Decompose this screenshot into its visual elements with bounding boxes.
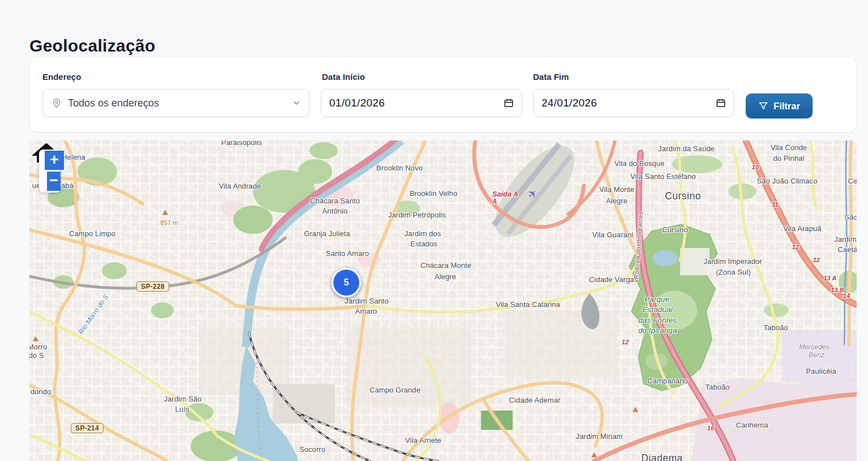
map-place-label: Taboão [705, 383, 729, 391]
map-place-label: Granja Julieta [304, 229, 350, 238]
map-place-label: Rio Morro do S [77, 293, 110, 335]
map-place-label: dondo [31, 387, 51, 396]
map-place-label: 12 [792, 244, 799, 250]
chevron-down-icon [292, 99, 301, 108]
cluster-count: 5 [344, 278, 349, 288]
map-place-label: Campanário [647, 377, 688, 385]
map-place-label: Jardim Santo [345, 297, 389, 305]
calendar-icon[interactable] [504, 98, 514, 108]
map-place-label: Antônio [323, 207, 348, 215]
map-place-label: Helena [62, 153, 85, 161]
map-place-label: Santo Amaro [326, 249, 369, 258]
filter-funnel-icon [758, 101, 768, 111]
map-place-label: Socorro [299, 445, 325, 454]
map-place-label: Ce [848, 177, 857, 185]
map-place-label: Brooklin Novo [376, 164, 423, 172]
map-place-label: São João Climaco [757, 177, 817, 185]
map-place-label: Amaro [355, 307, 377, 315]
map-place-label: Brooklin Velho [410, 189, 458, 198]
map-place-label: do S [29, 351, 44, 360]
map-place-label: Cursino [662, 225, 688, 234]
map-place-label: 11 [772, 201, 779, 208]
map-place-label: Taboão [763, 323, 788, 332]
end-date-value: 24/01/2026 [542, 97, 710, 109]
map-place-label: Jardim [834, 235, 857, 244]
map-place-label: Vila Santa Catarina [496, 300, 560, 309]
map-zoom-control: + − [39, 150, 61, 193]
map-place-label: Alegre [435, 272, 456, 281]
map-place-label: 13 B [831, 287, 844, 293]
page-title: Geolocalização [29, 36, 156, 56]
map-place-label: 857 m [160, 219, 178, 226]
map-place-label: Estadual [642, 305, 672, 314]
map-place-label: Cidade Vargas [589, 275, 638, 284]
map-place-label: 12 [622, 339, 629, 345]
zoom-out-button[interactable]: − [47, 172, 61, 191]
map-place-label: Cursino [665, 190, 701, 202]
calendar-icon[interactable] [716, 98, 726, 108]
map-place-label: Vila Conde [771, 143, 807, 152]
map-place-label: Rodovia dos Imigrantes [633, 211, 644, 279]
map-place-label: Vila Monte [599, 185, 634, 194]
address-label: Endereço [42, 72, 81, 82]
map-place-label: Chácara Monte [420, 261, 471, 270]
map-place-label: Vila Arapuã [783, 224, 821, 233]
map-place-label: Estados [410, 240, 437, 248]
map-place-label: abá [61, 181, 74, 190]
map-place-label: Canhema [736, 421, 768, 429]
map-place-label: Jardim da Saúde [658, 144, 715, 153]
map-place-label: 10 [752, 164, 759, 170]
map-place-label: São [844, 213, 857, 221]
peak-icon [33, 336, 38, 342]
road-shield: SP-228 [136, 281, 169, 292]
map-place-label: Jardim dos [405, 229, 441, 238]
filter-card: Endereço Todos os endereços Data Início … [29, 57, 857, 133]
peak-icon [162, 210, 168, 215]
map-place-label: Alegre [606, 197, 628, 205]
map-place-label: Chácara Santo [310, 197, 360, 205]
map-place-label: (Zona Sul) [716, 268, 751, 276]
road-shield: SP-214 [71, 423, 104, 433]
peak-icon [591, 453, 597, 458]
map-place-label: Vila Guarani [592, 231, 634, 239]
map-place-label: Caetá [837, 245, 857, 254]
address-select[interactable]: Todos os endereços [42, 89, 310, 117]
map-place-label: Cidade Ademar [509, 396, 561, 404]
map-place-label: Vila Andrade [219, 182, 261, 190]
map-place-label: 16 [707, 425, 714, 432]
map-place-label: do Pinhal [773, 154, 804, 163]
start-date-value: 01/01/2026 [329, 97, 498, 109]
map-place-label: Paulicéia [806, 367, 836, 375]
map-place-label: Saída A [492, 190, 518, 198]
map-place-label: 12 [813, 257, 820, 263]
map-place-label: do Ipiranga [638, 326, 677, 335]
map-place-label: Jardim Miriam [576, 432, 623, 441]
start-date-label: Data Início [322, 72, 365, 82]
map-place-label: Mercedes- [799, 343, 832, 351]
filter-button-label: Filtrar [774, 101, 800, 112]
map-place-label: Paraisópolis [221, 140, 262, 147]
map-place-label: Jardim Imperador [703, 257, 762, 266]
end-date-input[interactable]: 24/01/2026 [533, 89, 734, 117]
zoom-in-button[interactable]: + [45, 151, 64, 170]
map-place-label: Vila Arriete [405, 436, 441, 445]
address-value: Todos os endereços [68, 97, 286, 109]
map-place-label: das Fontes [638, 316, 677, 325]
map-place-label: 13 A [823, 275, 836, 281]
map-place-label: Campo Limpo [69, 229, 115, 238]
map-place-label: Campo Grande [369, 386, 420, 394]
map-place-label: Vila Santo Estéfano [630, 172, 696, 181]
map-place-label: Luís [175, 405, 190, 413]
map-place-label: Jardim Petrópolis [388, 211, 446, 219]
map-place-label: A [492, 198, 497, 206]
end-date-label: Data Fim [533, 72, 569, 82]
cluster-marker[interactable]: 5 [332, 268, 361, 297]
peak-icon [633, 407, 638, 412]
map-pin-icon [51, 97, 62, 109]
map-canvas[interactable]: ✈ [29, 140, 857, 461]
map-place-label: Diadema [641, 453, 683, 461]
filter-button[interactable]: Filtrar [746, 93, 813, 118]
map-place-label: Jardim São [164, 395, 202, 403]
start-date-input[interactable]: 01/01/2026 [321, 89, 522, 117]
map-label-layer: ParaisópolisHelenaueabáVila AndradeBrook… [29, 140, 857, 461]
